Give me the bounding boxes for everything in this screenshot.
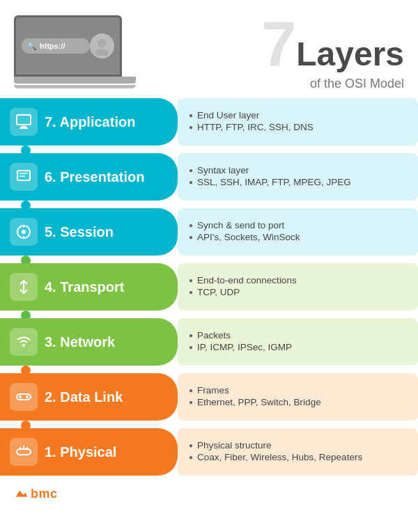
layer-left-7[interactable]: 7. Application: [0, 98, 178, 146]
svg-point-16: [26, 396, 29, 398]
layer-row-1: 1. Physical Physical structure Coax, Fib…: [0, 428, 418, 476]
layer-bullet1-4: End-to-end connections: [189, 275, 407, 285]
layer-right-5: Synch & send to port API's, Sockets, Win…: [178, 208, 418, 256]
layer-right-3: Packets IP, ICMP, IPSec, IGMP: [178, 318, 418, 366]
title-number: 7: [261, 13, 296, 75]
layer-name-5: 5. Session: [45, 224, 114, 240]
layer-name-6: 6. Presentation: [45, 169, 144, 185]
layer-row-5: 5. Session Synch & send to port API's, S…: [0, 208, 418, 256]
header: 🔍 https:// 7 Layers of the OSI Model: [0, 0, 418, 98]
svg-point-15: [19, 396, 22, 398]
svg-rect-2: [17, 115, 31, 125]
layer-left-1[interactable]: 1. Physical: [0, 428, 178, 476]
layer-left-4[interactable]: 4. Transport: [0, 263, 178, 311]
layer-name-4: 4. Transport: [45, 279, 124, 295]
layer-left-2[interactable]: 2. Data Link: [0, 373, 178, 421]
laptop-screen: 🔍 https://: [14, 15, 122, 77]
layer-icon-5: [10, 218, 38, 246]
bmc-logo: bmc: [14, 486, 58, 501]
title-block: 7 Layers of the OSI Model: [136, 13, 404, 91]
svg-point-9: [22, 230, 26, 234]
layer-bullet2-5: API's, Sockets, WinSock: [189, 232, 407, 242]
layer-bullet1-3: Packets: [189, 330, 407, 341]
svg-rect-17: [17, 449, 31, 455]
laptop-base: [14, 77, 136, 84]
layer-bullet1-1: Physical structure: [189, 440, 407, 451]
layer-row-2: 2. Data Link Frames Ethernet, PPP, Switc…: [0, 373, 418, 421]
layer-bullet1-7: End User layer: [189, 110, 407, 120]
search-icon: 🔍: [27, 42, 37, 51]
svg-point-1: [95, 49, 109, 56]
layer-bullet1-5: Synch & send to port: [189, 220, 407, 230]
layer-right-4: End-to-end connections TCP, UDP: [178, 263, 418, 311]
layer-icon-4: [10, 273, 38, 301]
layer-icon-6: [10, 163, 38, 191]
layer-icon-1: [10, 438, 38, 466]
layer-right-6: Syntax layer SSL, SSH, IMAP, FTP, MPEG, …: [178, 153, 418, 201]
layer-left-3[interactable]: 3. Network: [0, 318, 178, 366]
avatar: [90, 33, 114, 58]
layer-bullet2-2: Ethernet, PPP, Switch, Bridge: [189, 397, 407, 407]
layer-name-3: 3. Network: [45, 334, 115, 350]
footer: bmc: [0, 478, 418, 508]
svg-rect-4: [20, 127, 28, 129]
layer-right-2: Frames Ethernet, PPP, Switch, Bridge: [178, 373, 418, 421]
layer-name-2: 2. Data Link: [45, 389, 123, 405]
svg-point-13: [22, 344, 25, 347]
layer-bullet2-1: Coax, Fiber, Wireless, Hubs, Repeaters: [189, 452, 407, 462]
laptop-foot: [14, 85, 136, 88]
bmc-text: bmc: [31, 487, 58, 501]
layer-icon-2: [10, 383, 38, 411]
layers-container: 7. Application End User layer HTTP, FTP,…: [0, 98, 418, 476]
svg-rect-5: [17, 171, 30, 180]
connector-3: [0, 313, 178, 318]
connector-5: [0, 203, 178, 208]
layer-bullet2-7: HTTP, FTP, IRC, SSH, DNS: [189, 122, 407, 132]
svg-point-0: [98, 39, 106, 47]
address-bar: 🔍 https://: [22, 38, 90, 54]
layer-bullet2-6: SSL, SSH, IMAP, FTP, MPEG, JPEG: [189, 177, 407, 187]
title-main: Layers: [296, 38, 404, 71]
layer-right-1: Physical structure Coax, Fiber, Wireless…: [178, 428, 418, 476]
layer-row-4: 4. Transport End-to-end connections TCP,…: [0, 263, 418, 311]
layer-row-3: 3. Network Packets IP, ICMP, IPSec, IGMP: [0, 318, 418, 366]
layer-row-7: 7. Application End User layer HTTP, FTP,…: [0, 98, 418, 146]
connector-2: [0, 368, 178, 373]
bmc-icon: [14, 486, 29, 501]
layer-row-6: 6. Presentation Syntax layer SSL, SSH, I…: [0, 153, 418, 201]
connector-4: [0, 258, 178, 263]
layer-right-7: End User layer HTTP, FTP, IRC, SSH, DNS: [178, 98, 418, 146]
laptop-graphic: 🔍 https://: [14, 15, 136, 88]
layer-icon-3: [10, 328, 38, 356]
layer-bullet1-2: Frames: [189, 385, 407, 396]
layer-left-6[interactable]: 6. Presentation: [0, 153, 178, 201]
layer-icon-7: [10, 108, 38, 136]
layer-bullet1-6: Syntax layer: [189, 165, 407, 175]
layer-name-1: 1. Physical: [45, 444, 116, 460]
layer-left-5[interactable]: 5. Session: [0, 208, 178, 256]
layer-bullet2-3: IP, ICMP, IPSec, IGMP: [189, 342, 407, 352]
connector-6: [0, 148, 178, 153]
laptop-url: https://: [40, 42, 65, 50]
title-subtitle: of the OSI Model: [150, 77, 404, 91]
layer-name-7: 7. Application: [45, 114, 135, 130]
connector-1: [0, 423, 178, 428]
layer-bullet2-4: TCP, UDP: [189, 287, 407, 297]
svg-rect-3: [21, 126, 26, 127]
